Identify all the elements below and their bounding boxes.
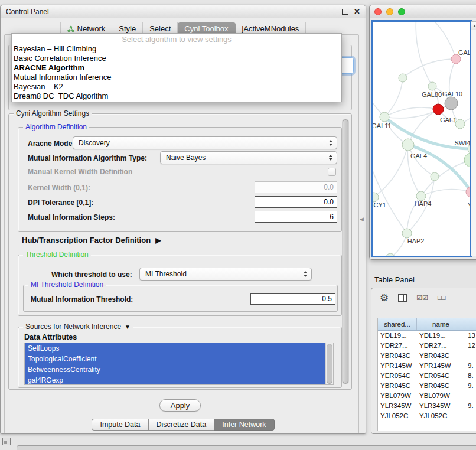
table-row[interactable]: YDR27...YDR27...12: [378, 341, 476, 351]
float-window-icon[interactable]: [342, 9, 348, 15]
list-scrollbar[interactable]: [325, 343, 333, 384]
close-button[interactable]: [374, 8, 382, 15]
popup-item-bayesian-k2[interactable]: Bayesian – K2: [12, 82, 341, 92]
scrollbar-thumb[interactable]: [327, 344, 332, 384]
network-node-hap2[interactable]: [402, 229, 412, 238]
network-node[interactable]: [386, 253, 395, 256]
kernel-width-field[interactable]: 0.0: [255, 181, 337, 193]
network-edge[interactable]: [374, 145, 408, 197]
attributes-listbox[interactable]: SelfLoopsTopologicalCoefficientBetweenne…: [24, 343, 334, 385]
table-cell: YJL052C: [378, 411, 417, 421]
expand-arrow-icon[interactable]: ▶: [155, 237, 161, 244]
combo-value: MI Threshold: [145, 270, 187, 278]
popup-placeholder: Select algorithm to view settings: [12, 34, 341, 44]
panel-toggle-icon[interactable]: [2, 438, 11, 445]
table-body: YDL19...YDL19...13YDR27...YDR27...12YBR0…: [378, 331, 476, 421]
network-edge[interactable]: [384, 78, 403, 117]
bottom-tab-infer-network[interactable]: Infer Network: [214, 419, 274, 431]
select-all-icon[interactable]: ☑☑: [416, 295, 428, 301]
group-cyni-algorithm-settings: Cyni Algorithm Settings Algorithm Defini…: [8, 113, 352, 390]
node-label: GAL11: [373, 122, 392, 129]
network-canvas[interactable]: GAL8GAL80GAL10GAL11GAL1SWI4GAL4GCY1HAP4Y…: [371, 20, 472, 257]
table-row[interactable]: YLR345WYLR345W9.: [378, 401, 476, 411]
table-row[interactable]: YBL079WYBL079W: [378, 391, 476, 401]
sources-legend[interactable]: Sources for Network Inference▼: [23, 322, 133, 331]
attribute-item-selfloops[interactable]: SelfLoops: [25, 343, 325, 354]
network-edge[interactable]: [384, 107, 438, 117]
splitter-handle[interactable]: ◀: [360, 217, 364, 222]
network-edge[interactable]: [416, 22, 432, 86]
table-cell: YLR345W: [378, 401, 417, 411]
attribute-item-topologicalcoefficient[interactable]: TopologicalCoefficient: [25, 354, 325, 364]
table-row[interactable]: YER054CYER054C8.: [378, 371, 476, 381]
field-value: 0.0: [324, 198, 334, 206]
network-edge[interactable]: [418, 22, 456, 59]
network-node-gal11[interactable]: [380, 112, 389, 122]
table-cell: YDR27...: [417, 341, 465, 351]
network-node-gal10[interactable]: [445, 97, 458, 110]
network-node[interactable]: [399, 74, 407, 82]
apply-button[interactable]: Apply: [159, 399, 201, 412]
scrollbar-thumb[interactable]: [343, 119, 348, 384]
bottom-tab-impute-data[interactable]: Impute Data: [92, 419, 148, 431]
popup-item-dream8-dc-tdc-algorithm[interactable]: Dream8 DC_TDC Algorithm: [12, 92, 341, 101]
zoom-button[interactable]: [398, 8, 405, 15]
network-edge[interactable]: [373, 54, 384, 117]
which-threshold-combo[interactable]: MI Threshold: [139, 268, 312, 281]
deselect-all-icon[interactable]: □□: [438, 295, 445, 301]
manual-kernel-label: Manual Kernel Width Definition: [28, 168, 132, 176]
minimize-button[interactable]: [386, 8, 393, 15]
table-cell: 9.: [465, 401, 476, 411]
column-header-name[interactable]: name: [417, 318, 465, 330]
table-row[interactable]: YDL19...YDL19...13: [378, 331, 476, 341]
bottom-panel-edge: [17, 445, 476, 450]
table-cell: [465, 351, 476, 361]
collapse-arrow-icon[interactable]: ▼: [125, 324, 131, 330]
network-edge[interactable]: [403, 59, 456, 78]
table-cell: YJL052C: [417, 411, 465, 421]
table-cell: 8.: [465, 371, 476, 381]
columns-icon[interactable]: [398, 294, 407, 302]
table-row[interactable]: YBR043CYBR043C: [378, 351, 476, 361]
popup-item-basic-correlation-inference[interactable]: Basic Correlation Inference: [12, 54, 341, 63]
attribute-item-gal4rgexp[interactable]: gal4RGexp: [25, 375, 325, 385]
network-node-gal80[interactable]: [428, 82, 436, 90]
network-node-y[interactable]: [466, 187, 470, 197]
attribute-item-betweennesscentrality[interactable]: BetweennessCentrality: [25, 364, 325, 375]
popup-item-aracne-algorithm[interactable]: ARACNE Algorithm: [12, 63, 341, 73]
table-cell: YDR27...: [378, 341, 417, 351]
mi-threshold-field[interactable]: 0.5: [250, 293, 335, 305]
combo-value: Discovery: [79, 139, 110, 147]
gear-icon[interactable]: ⚙: [380, 293, 389, 303]
column-header-shared[interactable]: shared...: [378, 318, 417, 330]
column-header-extra[interactable]: [465, 318, 476, 330]
spinner-arrows-icon: [304, 271, 307, 277]
node-label: GAL1: [440, 116, 457, 123]
manual-kernel-checkbox[interactable]: [328, 168, 336, 176]
network-node[interactable]: [433, 104, 444, 115]
settings-scrollbar[interactable]: [342, 119, 349, 384]
network-node[interactable]: [464, 153, 470, 167]
popup-item-bayesian-hill-climbing[interactable]: Bayesian – Hill Climbing: [12, 44, 341, 54]
network-node[interactable]: [431, 172, 439, 181]
network-node-gal1[interactable]: [455, 119, 465, 129]
popup-item-mutual-information-inference[interactable]: Mutual Information Inference: [12, 73, 341, 82]
table-cell: [465, 391, 476, 401]
network-node-hap4[interactable]: [416, 191, 426, 201]
close-icon[interactable]: ✕: [354, 8, 360, 15]
mi-steps-field[interactable]: 6: [255, 211, 337, 223]
network-edge[interactable]: [421, 189, 470, 196]
aracne-mode-combo[interactable]: Discovery: [73, 136, 337, 149]
table-row[interactable]: YJL052CYJL052C: [378, 411, 476, 421]
network-scrollbar[interactable]: ▲: [471, 21, 476, 256]
mi-algorithm-type-combo[interactable]: Naive Bayes: [160, 151, 337, 164]
bottom-tab-discretize-data[interactable]: Discretize Data: [148, 419, 215, 431]
dpi-tolerance-field[interactable]: 0.0: [255, 196, 337, 208]
table-row[interactable]: YPR145WYPR145W9.: [378, 361, 476, 371]
tab-label: jActiveMNodules: [242, 24, 299, 33]
hub-section-toggle[interactable]: Hub/Transcription Factor Definition ▶: [22, 236, 161, 244]
network-node-gal4[interactable]: [402, 139, 414, 151]
scroll-up-icon[interactable]: ▲: [471, 22, 476, 30]
network-edge-highlighted[interactable]: [408, 145, 470, 192]
table-row[interactable]: YBR045CYBR045C9.: [378, 381, 476, 391]
